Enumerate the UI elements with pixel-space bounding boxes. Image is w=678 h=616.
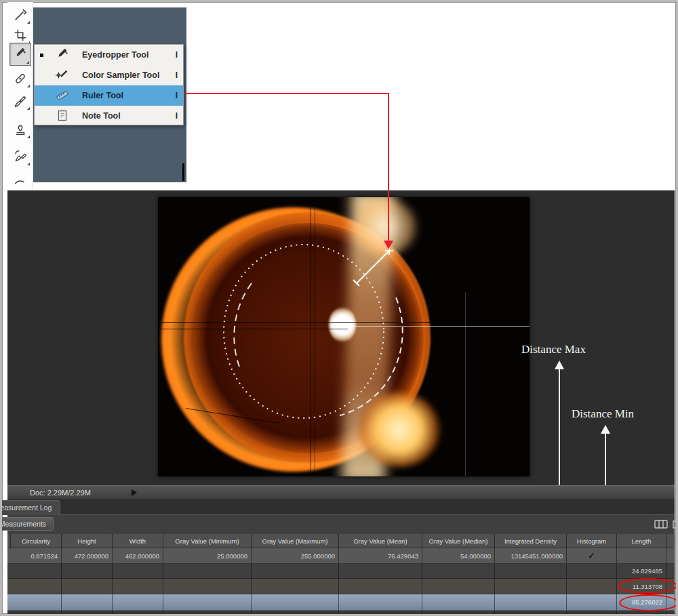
measurement-table: Circularity Height Width Gray Value (Min… [7, 534, 675, 616]
crop-tool-icon [13, 28, 28, 43]
distance-min-label: Distance Min [572, 407, 634, 421]
fundus-eye-image[interactable] [158, 197, 530, 476]
col-header-circularity[interactable]: Circularity [11, 534, 62, 548]
status-bar-menu-arrow-icon[interactable] [132, 489, 137, 496]
col-header-height[interactable]: Height [62, 534, 113, 548]
red-arrowhead-icon [384, 241, 393, 249]
trash-icon[interactable] [672, 518, 678, 529]
menu-item-label: Ruler Tool [82, 91, 123, 100]
clone-stamp-tool-icon [13, 122, 28, 137]
ruler-icon [55, 88, 70, 103]
flyout-corner [27, 107, 30, 110]
record-measurements-button[interactable]: Record Measurements [0, 517, 54, 531]
eyedropper-tool-button[interactable] [9, 43, 31, 66]
red-circle-distance-max [619, 594, 678, 611]
eyedropper-icon [55, 47, 70, 62]
slice-tool-button[interactable] [9, 5, 31, 25]
slice-tool-icon [13, 7, 28, 22]
status-bar: Doc: 2.29M/2.29M [7, 485, 675, 499]
col-header-gray-median[interactable]: Gray Value (Median) [422, 534, 495, 548]
menu-item-note-tool[interactable]: Note Tool I [35, 106, 183, 126]
menu-item-label: Eyedropper Tool [82, 50, 148, 60]
col-header-gray-min[interactable]: Gray Value (Minimum) [163, 534, 252, 548]
dotted-selection-circle [224, 245, 384, 418]
menu-item-color-sampler-tool[interactable]: Color Sampler Tool I [35, 65, 183, 85]
menu-item-shortcut: I [176, 50, 178, 60]
eyedropper-tool-icon [13, 47, 28, 62]
eraser-tool-button[interactable] [9, 171, 31, 192]
dashed-arc-lower-right [340, 297, 403, 415]
menu-item-label: Color Sampler Tool [82, 70, 159, 80]
note-icon [55, 108, 70, 123]
col-header-width[interactable]: Width [113, 534, 163, 548]
col-header-integrated-density[interactable]: Integrated Density [495, 534, 567, 548]
red-annotation-line-vertical [388, 93, 389, 241]
flyout-corner [27, 136, 30, 138]
clone-stamp-tool-button[interactable] [9, 119, 31, 140]
col-header-length[interactable]: Length [617, 534, 666, 548]
ruler-measure-line [353, 247, 393, 286]
histogram-checkmark: ✓ [567, 548, 617, 564]
tool-palette [7, 2, 33, 190]
healing-brush-tool-button[interactable] [9, 68, 31, 89]
color-sampler-icon [55, 68, 70, 83]
menu-item-ruler-tool[interactable]: Ruler Tool I [35, 85, 183, 106]
flyout-corner [27, 21, 30, 24]
dashed-arc-upper-left [234, 280, 254, 367]
distance-max-label: Distance Max [521, 343, 586, 356]
menu-item-shortcut: I [176, 70, 178, 80]
history-brush-tool-button[interactable] [9, 146, 31, 167]
flyout-corner [27, 163, 30, 165]
menu-item-shortcut: I [176, 111, 178, 121]
brush-tool-button[interactable] [9, 91, 31, 111]
healing-brush-tool-icon [13, 71, 28, 86]
red-circle-distance-min [618, 578, 677, 594]
selection-overlay [158, 197, 530, 476]
flyout-corner [27, 85, 30, 87]
text-cursor-mark [182, 163, 184, 181]
current-tool-bullet [40, 54, 43, 57]
col-header-histogram[interactable]: Histogram [567, 534, 617, 548]
col-header-gray-max[interactable]: Gray Value (Maximum) [252, 534, 339, 548]
col-header-gray-mean[interactable]: Gray Value (Mean) [339, 534, 422, 548]
photoshop-window: Eyedropper Tool I Color Sampler Tool I R… [0, 0, 678, 616]
flyout-corner [26, 61, 29, 64]
history-brush-tool-icon [13, 149, 28, 164]
menu-item-label: Note Tool [82, 111, 121, 121]
menu-item-eyedropper-tool[interactable]: Eyedropper Tool I [35, 45, 183, 65]
eraser-tool-icon [13, 174, 28, 189]
doc-size-info: Doc: 2.29M/2.29M [30, 489, 91, 497]
length-value: 24.829485 [617, 564, 666, 579]
menu-item-shortcut: I [176, 91, 178, 100]
tab-measurement-log[interactable]: Measurement Log [0, 500, 60, 515]
brush-tool-icon [13, 94, 28, 108]
measurement-log-panel: Measurement Log Record Measurements Circ… [7, 499, 675, 616]
select-data-points-icon[interactable] [654, 518, 669, 529]
panel-tab-bar: Measurement Log [7, 499, 675, 515]
panel-toolbar: Record Measurements [7, 515, 675, 534]
red-annotation-line-horizontal [184, 93, 389, 94]
eyedropper-flyout-menu: Eyedropper Tool I Color Sampler Tool I R… [34, 44, 184, 125]
